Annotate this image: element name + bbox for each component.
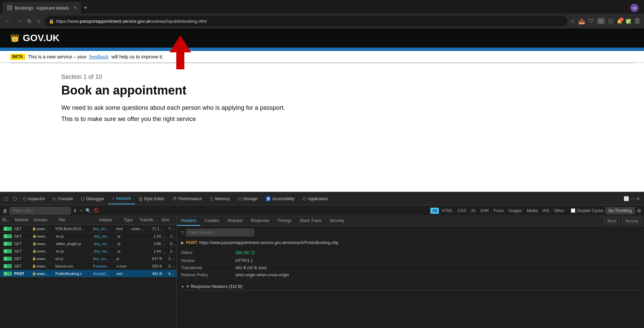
- active-tab[interactable]: Bookings : Applicant details ✕: [3, 2, 81, 14]
- referrer-key: Referrer Policy: [181, 273, 235, 277]
- filter-images[interactable]: Images: [507, 208, 524, 214]
- filter-headers-input[interactable]: [186, 229, 254, 236]
- extra-cell: 1...: [168, 234, 177, 238]
- home-button[interactable]: ⌂: [36, 17, 42, 25]
- tab-style-editor[interactable]: {} Style Editor: [135, 194, 168, 204]
- filter-other[interactable]: Other: [552, 208, 566, 214]
- reload-button[interactable]: ↻: [26, 17, 33, 26]
- response-headers-section[interactable]: ▼ ▼ Response Headers (312 B): [181, 283, 640, 291]
- type-cell: font: [115, 227, 130, 231]
- detail-tab-stack-trace[interactable]: Stack Trace: [296, 216, 325, 226]
- tab-close-button[interactable]: ✕: [73, 5, 77, 10]
- disable-cache-checkbox[interactable]: Disable Cache: [571, 208, 603, 213]
- response-summary: Status 200 OK ⓘ Version HTTP/1.1 Transfe…: [181, 249, 640, 279]
- header-transfer: Transferr...: [137, 218, 159, 223]
- menu-icon[interactable]: ☰: [634, 17, 640, 25]
- throttle-settings-icon[interactable]: ⚙: [637, 208, 641, 213]
- detail-tab-request[interactable]: Request: [224, 216, 247, 226]
- filter-js[interactable]: JS: [469, 208, 478, 214]
- extra-cell: 38...: [166, 257, 177, 261]
- request-row[interactable]: 200 GET 🔒www... favicon.ico Favicon... x…: [0, 262, 177, 270]
- devtools-close-icon[interactable]: ✕: [636, 196, 640, 201]
- page-description-2: This is to make sure we offer you the ri…: [61, 116, 634, 123]
- pocket-icon[interactable]: 📥: [578, 18, 585, 24]
- detail-tab-cookies[interactable]: Cookies: [200, 216, 223, 226]
- back-button[interactable]: ←: [4, 17, 12, 25]
- tab-network[interactable]: ↕ Network: [108, 193, 135, 204]
- devtools-expand-icon[interactable]: ⬜: [624, 196, 629, 201]
- header-size: Size: [159, 218, 177, 223]
- domain-cell: 🔒www...: [30, 249, 54, 253]
- method-cell: GET: [12, 227, 30, 231]
- filter-media[interactable]: Media: [525, 208, 540, 214]
- pause-icon[interactable]: ⏸: [73, 208, 77, 213]
- extension-icon[interactable]: ✅: [626, 19, 631, 24]
- tab-console[interactable]: ▷ Console: [49, 194, 77, 204]
- devtools-more-icon[interactable]: ⋯: [630, 196, 635, 201]
- devtools-pick-icon[interactable]: ⬡: [11, 196, 19, 202]
- throttle-button[interactable]: No Throttling: [606, 207, 635, 214]
- header-type: Type: [122, 218, 137, 223]
- domain-cell: 🔒www...: [30, 234, 54, 238]
- file-cell: NTA-Bold-2013...: [53, 227, 91, 231]
- block-icon[interactable]: 🚫: [94, 208, 99, 213]
- search-icon[interactable]: 🔍: [85, 208, 91, 213]
- request-row[interactable]: 200 GET 🔒www... en.js tiny_mc... js 647 …: [0, 255, 177, 262]
- tab-storage[interactable]: ⬡ Storage: [234, 194, 262, 204]
- devtools-actions: ⬜ ⋯ ✕: [621, 196, 643, 201]
- shield-icon[interactable]: 🛡: [589, 18, 594, 24]
- request-row[interactable]: 200 GET 🔒www... NTA-Bold-2013... tiny_mc…: [0, 225, 177, 232]
- filter-html[interactable]: HTML: [440, 208, 455, 214]
- container-icon[interactable]: ⬛: [608, 19, 613, 24]
- method-cell: GET: [12, 257, 30, 261]
- tab-memory[interactable]: ⬡ Memory: [206, 194, 234, 204]
- detail-tab-response[interactable]: Response: [247, 216, 273, 226]
- forward-button[interactable]: →: [15, 17, 23, 25]
- devtools-dock-icon[interactable]: ⬡: [1, 196, 11, 202]
- page-heading: Book an appointment: [61, 83, 634, 98]
- detail-row-referrer: Referrer Policy strict-origin-when-cross…: [181, 272, 640, 279]
- tab-performance[interactable]: ⏱ Performance: [169, 194, 206, 204]
- address-bar[interactable]: 🔒 https://www.passportappointment.servic…: [45, 16, 568, 27]
- url-path: /outreach/publicbooking.ofml: [150, 19, 207, 24]
- block-button[interactable]: Block: [604, 218, 620, 224]
- resend-button[interactable]: Resend: [622, 218, 641, 224]
- request-row[interactable]: 200 GET 🔒www... en.js tiny_mc... js 1.64…: [0, 247, 177, 255]
- tab-debugger[interactable]: ⬡ Debugger: [77, 194, 108, 204]
- detail-tab-headers[interactable]: Headers: [177, 216, 200, 226]
- disable-cache-input[interactable]: [571, 208, 575, 213]
- clear-requests-icon[interactable]: 🗑: [3, 208, 7, 213]
- govuk-blue-bar: [0, 48, 644, 51]
- feedback-link[interactable]: feedback: [89, 54, 109, 59]
- add-icon[interactable]: +: [80, 208, 83, 213]
- performance-icon: ⏱: [173, 196, 177, 201]
- request-row[interactable]: 200 GET 🔒www... editor_plugin.js tiny_mc…: [0, 240, 177, 247]
- detail-tab-timings[interactable]: Timings: [273, 216, 296, 226]
- network-main: St... Method Domain File Initiator Type …: [0, 216, 644, 328]
- request-row[interactable]: 200 GET 🔒www... en.js tiny_mc... js 1.24…: [0, 232, 177, 240]
- notification-icon[interactable]: 🔔4: [617, 19, 622, 24]
- status-badge: 200: [3, 242, 12, 246]
- bookmark-icon[interactable]: ☆: [570, 18, 575, 24]
- filter-fonts[interactable]: Fonts: [492, 208, 506, 214]
- profile-btn[interactable]: U: [597, 18, 605, 24]
- filter-ws[interactable]: WS: [541, 208, 551, 214]
- filter-css[interactable]: CSS: [456, 208, 468, 214]
- domain-cell: 🔒www...: [30, 272, 53, 276]
- filter-urls-input[interactable]: [10, 207, 71, 214]
- new-tab-button[interactable]: +: [81, 3, 90, 13]
- size-cell: 1.64 KB: [152, 249, 168, 253]
- detail-content: ▽ ▶ POST https://www.passportappointment…: [177, 226, 644, 328]
- header-status: St...: [0, 218, 13, 223]
- tab-accessibility[interactable]: ♿ Accessibility: [262, 194, 299, 204]
- selected-request-row[interactable]: 200 POST 🔒www... PublicBooking.c tlscrip…: [0, 270, 177, 277]
- initiator-cell: tiny_mc...: [92, 249, 116, 253]
- filter-xhr[interactable]: XHR: [478, 208, 491, 214]
- size-cell: 3.68 KB: [152, 242, 168, 246]
- status-badge: 200: [3, 227, 12, 231]
- filter-all[interactable]: All: [430, 208, 439, 214]
- tab-inspector[interactable]: ⬡ Inspector: [19, 194, 49, 204]
- detail-tab-security[interactable]: Security: [325, 216, 348, 226]
- url-display: https://www.passportappointment.service.…: [56, 19, 207, 24]
- tab-application[interactable]: ⬡ Application: [299, 194, 332, 204]
